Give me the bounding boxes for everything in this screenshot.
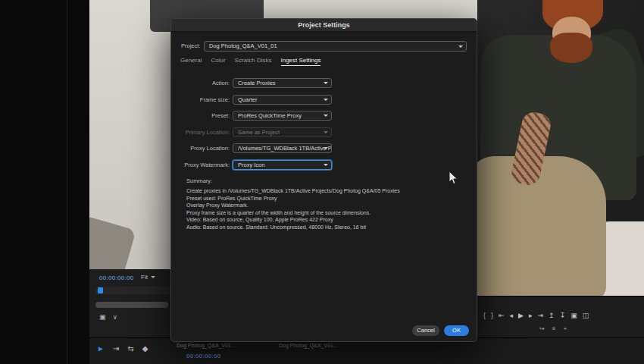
summary-line: Audio: Based on source. Standard: Uncomp… (186, 224, 400, 231)
lift-icon[interactable]: ↥ (549, 312, 555, 319)
drag-video-icon[interactable]: ↪ (539, 325, 545, 332)
chevron-down-icon (324, 147, 328, 149)
go-to-in-icon[interactable]: ⇤ (499, 312, 505, 319)
primary-location-label: Primary Location: (171, 127, 230, 138)
chevron-down-icon (324, 99, 328, 101)
fit-label: Fit (141, 274, 148, 281)
summary-text: Create proxies in /Volumes/TG_WDBlack 1T… (186, 187, 400, 231)
fit-zoom-dropdown[interactable]: Fit (141, 274, 155, 281)
summary-line: Video: Based on source, Quality 100, App… (186, 216, 400, 224)
track-select-tool-icon[interactable]: ⇥ (113, 344, 119, 353)
project-label: Project: (181, 41, 200, 52)
premiere-app-window: 00:00:00:00 Fit ▣ ∨ { } ⇤ ◂ ▶ ▸ (0, 0, 644, 364)
source-mini-ruler[interactable] (95, 287, 171, 294)
program-monitor-video (477, 0, 644, 296)
timeline-timecode[interactable]: 00:00:00:00 (186, 353, 221, 359)
step-forward-icon[interactable]: ▸ (529, 312, 533, 319)
extract-icon[interactable]: ↧ (560, 312, 566, 319)
chevron-down-icon[interactable]: ∨ (113, 313, 118, 321)
chevron-down-icon (324, 131, 328, 133)
proxy-location-label: Proxy Location: (171, 143, 230, 154)
selection-tool-icon[interactable]: ► (97, 344, 105, 353)
ripple-edit-tool-icon[interactable]: ⇆ (127, 344, 133, 353)
action-value: Create Proxies (238, 80, 276, 86)
proxy-watermark-value: Proxy Icon (238, 162, 264, 168)
add-button-icon[interactable]: + (563, 325, 567, 332)
settings-tabs: General Color Scratch Disks Ingest Setti… (180, 57, 320, 66)
tab-ingest-settings[interactable]: Ingest Settings (281, 57, 321, 66)
summary-line: Proxy frame size is a quarter of the wid… (186, 209, 400, 217)
ok-button[interactable]: OK (444, 325, 469, 336)
play-icon[interactable]: ▶ (518, 312, 524, 319)
go-to-out-icon[interactable]: ⇥ (538, 312, 544, 319)
mark-in-icon[interactable]: { (483, 312, 486, 319)
frame-size-dropdown[interactable]: Quarter (233, 95, 332, 105)
source-timecode[interactable]: 00:00:00:00 (99, 275, 134, 281)
tab-general[interactable]: General (180, 57, 202, 66)
mark-out-icon[interactable]: } (491, 312, 493, 319)
chevron-down-icon (324, 164, 328, 166)
preset-dropdown[interactable]: ProRes QuickTime Proxy (233, 111, 332, 121)
mouse-cursor (449, 171, 458, 185)
panel-divider (67, 0, 67, 364)
preset-label: Preset: (171, 111, 230, 121)
comparison-view-icon[interactable]: ◫ (583, 312, 589, 319)
person-pants (477, 156, 606, 296)
comparison-icon[interactable]: ▣ (99, 313, 106, 321)
action-label: Action: (171, 78, 230, 89)
step-back-icon[interactable]: ◂ (510, 312, 514, 319)
summary-line: Overlay Proxy Watermark. (186, 202, 400, 209)
summary-label: Summary: (186, 176, 212, 187)
export-frame-icon[interactable]: ▣ (571, 312, 577, 319)
summary-line: Preset used: ProRes QuickTime Proxy (186, 195, 400, 202)
project-settings-dialog: Project Settings Project: Dog Photog_Q&A… (170, 18, 477, 342)
sequence-tab[interactable]: Dog Photog_Q&A_V01... (279, 343, 338, 348)
summary-line: Create proxies in /Volumes/TG_WDBlack 1T… (186, 187, 400, 195)
project-dropdown[interactable]: Dog Photog_Q&A_V01_01 (204, 41, 467, 52)
project-panel-rail (0, 0, 89, 364)
button-editor-icon[interactable]: ≡ (552, 325, 556, 332)
primary-location-dropdown: Same as Project (233, 127, 332, 137)
source-playhead[interactable] (98, 287, 103, 293)
project-dropdown-value: Dog Photog_Q&A_V01_01 (209, 42, 277, 49)
proxy-location-value: /Volumes/TG_WDBlack 1TB/Active P... (238, 145, 332, 152)
chevron-down-icon (324, 115, 328, 117)
frame-size-label: Frame size: (171, 95, 230, 105)
action-dropdown[interactable]: Create Proxies (233, 78, 332, 88)
proxy-watermark-label: Proxy Watermark: (171, 160, 230, 171)
tab-scratch-disks[interactable]: Scratch Disks (235, 57, 272, 66)
dialog-title: Project Settings (171, 19, 477, 32)
preset-value: ProRes QuickTime Proxy (238, 112, 302, 119)
proxy-location-dropdown[interactable]: /Volumes/TG_WDBlack 1TB/Active P... (233, 143, 332, 153)
frame-size-value: Quarter (238, 96, 257, 103)
primary-location-value: Same as Project (238, 129, 280, 136)
source-zoom-scrollbar[interactable] (95, 302, 168, 308)
chevron-down-icon (458, 46, 463, 48)
person-beard (550, 33, 592, 63)
chevron-down-icon (324, 82, 328, 84)
cancel-button[interactable]: Cancel (412, 325, 439, 336)
tab-color[interactable]: Color (211, 57, 225, 66)
background-shadow (89, 215, 136, 269)
sequence-tab[interactable]: Dog Photog_Q&A_V01... (177, 343, 236, 348)
pen-tool-icon[interactable]: ◆ (142, 344, 148, 353)
proxy-watermark-dropdown[interactable]: Proxy Icon (233, 160, 332, 170)
chevron-down-icon (151, 276, 155, 278)
program-transport-bar: { } ⇤ ◂ ▶ ▸ ⇥ ↥ ↧ ▣ ◫ ↪ ≡ + (477, 296, 644, 341)
